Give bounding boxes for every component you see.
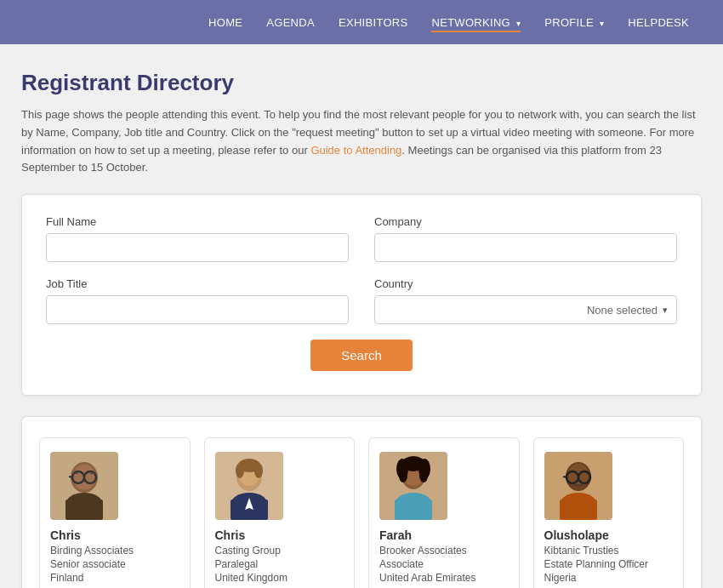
svg-line-34 (563, 477, 566, 477)
nav-item-exhibitors[interactable]: EXHIBITORS (339, 15, 408, 29)
nav-item-profile[interactable]: PROFILE ▾ (544, 15, 604, 29)
svg-point-37 (560, 493, 597, 517)
svg-point-28 (395, 493, 432, 517)
card-chris1: Chris Birding Associates Senior associat… (39, 437, 191, 588)
nav-item-home[interactable]: HOME (208, 15, 242, 29)
job-title-label: Job Title (46, 277, 349, 290)
country-caret-icon: ▾ (663, 305, 668, 316)
full-name-input[interactable] (46, 233, 349, 262)
card-chris2-name: Chris (215, 528, 246, 542)
nav-link-helpdesk[interactable]: HELPDESK (628, 16, 689, 29)
card-chris1-name: Chris (50, 528, 81, 542)
card-olu-jobtitle: Estate Planning Officer (544, 558, 649, 570)
card-chris2-country: United Kingdom (215, 572, 287, 584)
search-btn-wrapper: Search (46, 340, 677, 371)
card-farah: Farah Brooker Associates Associate Unite… (368, 437, 520, 588)
card-farah-jobtitle: Associate (379, 558, 424, 570)
full-name-group: Full Name (46, 215, 349, 262)
page-description: This page shows the people attending thi… (21, 106, 702, 177)
search-form: Full Name Company Job Title Country None… (21, 194, 702, 396)
cards-grid: Chris Birding Associates Senior associat… (39, 437, 684, 588)
card-farah-name: Farah (379, 528, 412, 542)
card-chris2: Chris Casting Group Paralegal United Kin… (204, 437, 356, 588)
networking-caret-icon: ▾ (516, 19, 521, 28)
nav-item-networking[interactable]: NETWORKING ▾ (431, 15, 521, 29)
country-group: Country None selected ▾ (374, 277, 677, 324)
card-chris2-company: Casting Group (215, 545, 281, 557)
nav-link-networking[interactable]: NETWORKING ▾ (431, 16, 521, 32)
card-olu: Olusholape Kibtanic Trusties Estate Plan… (533, 437, 685, 588)
guide-link[interactable]: Guide to Attending (310, 144, 401, 157)
form-row-1: Full Name Company (46, 215, 677, 262)
nav-link-profile[interactable]: PROFILE ▾ (544, 16, 604, 29)
avatar-olu (544, 452, 612, 520)
svg-line-6 (69, 477, 72, 477)
nav-item-agenda[interactable]: AGENDA (266, 15, 315, 29)
company-label: Company (374, 215, 677, 228)
card-olu-company: Kibtanic Trusties (544, 545, 619, 557)
company-input[interactable] (374, 233, 677, 262)
country-label: Country (374, 277, 677, 290)
card-chris1-jobtitle: Senior associate (50, 558, 126, 570)
card-chris1-country: Finland (50, 572, 83, 584)
avatar-farah (379, 452, 447, 520)
profile-caret-icon: ▾ (600, 19, 604, 28)
nav-link-home[interactable]: HOME (208, 16, 242, 29)
card-olu-country: Nigeria (544, 572, 577, 584)
avatar-chris1 (50, 452, 118, 520)
full-name-label: Full Name (46, 215, 349, 228)
form-row-2: Job Title Country None selected ▾ (46, 277, 677, 324)
nav-item-helpdesk[interactable]: HELPDESK (628, 15, 689, 29)
card-farah-country: United Arab Emirates (379, 572, 475, 584)
search-button[interactable]: Search (310, 340, 413, 371)
card-olu-name: Olusholape (544, 528, 609, 542)
card-farah-company: Brooker Associates (379, 545, 467, 557)
company-group: Company (374, 215, 677, 262)
avatar-chris2 (215, 452, 283, 520)
card-chris1-company: Birding Associates (50, 545, 134, 557)
nav-link-exhibitors[interactable]: EXHIBITORS (339, 16, 408, 29)
svg-point-15 (254, 463, 263, 478)
main-content: Registrant Directory This page shows the… (13, 70, 710, 588)
svg-point-25 (399, 469, 407, 482)
page-title: Registrant Directory (21, 70, 702, 96)
card-chris2-jobtitle: Paralegal (215, 558, 259, 570)
job-title-input[interactable] (46, 295, 349, 324)
navbar: HOME AGENDA EXHIBITORS NETWORKING ▾ PROF… (0, 0, 723, 44)
svg-point-26 (419, 469, 428, 482)
svg-rect-9 (65, 500, 103, 520)
svg-point-14 (236, 463, 244, 478)
country-select[interactable]: None selected ▾ (374, 295, 677, 324)
nav-link-agenda[interactable]: AGENDA (266, 16, 315, 29)
job-title-group: Job Title (46, 277, 349, 324)
country-select-value: None selected (384, 304, 663, 317)
cards-container: Chris Birding Associates Senior associat… (21, 416, 702, 588)
